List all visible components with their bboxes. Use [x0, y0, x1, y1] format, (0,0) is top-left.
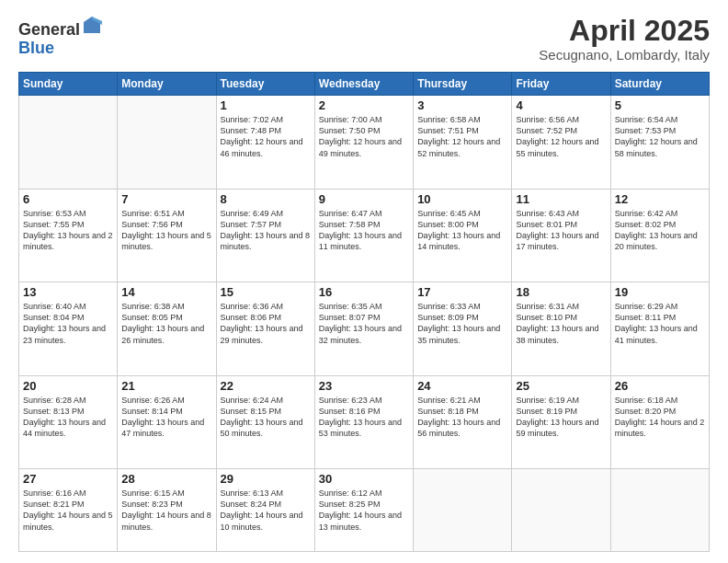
cell-day-number: 9: [319, 192, 409, 206]
cell-info: Sunrise: 7:00 AMSunset: 7:50 PMDaylight:…: [319, 114, 409, 159]
cell-info: Sunrise: 6:54 AMSunset: 7:53 PMDaylight:…: [615, 114, 705, 159]
calendar-subtitle: Secugnano, Lombardy, Italy: [539, 47, 710, 63]
header-friday: Friday: [512, 73, 610, 96]
table-row: [512, 469, 610, 552]
logo: General Blue: [18, 15, 102, 58]
cell-info: Sunrise: 6:31 AMSunset: 8:10 PMDaylight:…: [516, 301, 606, 346]
table-row: 21Sunrise: 6:26 AMSunset: 8:14 PMDayligh…: [118, 375, 216, 468]
page: General Blue April 2025 Secugnano, Lomba…: [0, 0, 728, 563]
table-row: 11Sunrise: 6:43 AMSunset: 8:01 PMDayligh…: [512, 189, 610, 282]
cell-day-number: 3: [417, 98, 507, 112]
cell-info: Sunrise: 6:12 AMSunset: 8:25 PMDaylight:…: [319, 488, 409, 533]
table-row: 5Sunrise: 6:54 AMSunset: 7:53 PMDaylight…: [610, 96, 709, 189]
cell-day-number: 17: [417, 285, 507, 299]
table-row: 2Sunrise: 7:00 AMSunset: 7:50 PMDaylight…: [314, 96, 413, 189]
cell-day-number: 15: [221, 285, 311, 299]
table-row: 1Sunrise: 7:02 AMSunset: 7:48 PMDaylight…: [216, 96, 314, 189]
cell-info: Sunrise: 6:36 AMSunset: 8:06 PMDaylight:…: [221, 301, 311, 346]
cell-day-number: 11: [516, 192, 606, 206]
logo-icon: [82, 15, 102, 35]
cell-day-number: 2: [319, 98, 409, 112]
table-row: 22Sunrise: 6:24 AMSunset: 8:15 PMDayligh…: [216, 375, 314, 468]
table-row: 16Sunrise: 6:35 AMSunset: 8:07 PMDayligh…: [314, 282, 413, 375]
table-row: 30Sunrise: 6:12 AMSunset: 8:25 PMDayligh…: [314, 469, 413, 552]
logo-general: General: [18, 15, 102, 40]
cell-day-number: 23: [319, 379, 409, 393]
cell-day-number: 1: [221, 98, 311, 112]
cell-day-number: 28: [121, 472, 211, 486]
cell-info: Sunrise: 6:16 AMSunset: 8:21 PMDaylight:…: [23, 488, 113, 533]
cell-info: Sunrise: 6:42 AMSunset: 8:02 PMDaylight:…: [615, 208, 705, 253]
table-row: [610, 469, 709, 552]
cell-info: Sunrise: 6:40 AMSunset: 8:04 PMDaylight:…: [23, 301, 113, 346]
cell-info: Sunrise: 6:33 AMSunset: 8:09 PMDaylight:…: [417, 301, 507, 346]
cell-info: Sunrise: 6:49 AMSunset: 7:57 PMDaylight:…: [221, 208, 311, 253]
cell-day-number: 16: [319, 285, 409, 299]
table-row: 12Sunrise: 6:42 AMSunset: 8:02 PMDayligh…: [610, 189, 709, 282]
cell-day-number: 25: [516, 379, 606, 393]
cell-info: Sunrise: 6:23 AMSunset: 8:16 PMDaylight:…: [319, 395, 409, 440]
table-row: 14Sunrise: 6:38 AMSunset: 8:05 PMDayligh…: [118, 282, 216, 375]
table-row: 13Sunrise: 6:40 AMSunset: 8:04 PMDayligh…: [19, 282, 118, 375]
cell-day-number: 22: [221, 379, 311, 393]
cell-info: Sunrise: 6:45 AMSunset: 8:00 PMDaylight:…: [417, 208, 507, 253]
cell-info: Sunrise: 6:15 AMSunset: 8:23 PMDaylight:…: [121, 488, 211, 533]
header-saturday: Saturday: [610, 73, 709, 96]
table-row: 24Sunrise: 6:21 AMSunset: 8:18 PMDayligh…: [414, 375, 512, 468]
calendar-table: Sunday Monday Tuesday Wednesday Thursday…: [18, 72, 710, 552]
table-row: [414, 469, 512, 552]
cell-day-number: 7: [121, 192, 211, 206]
cell-day-number: 4: [516, 98, 606, 112]
cell-day-number: 8: [221, 192, 311, 206]
cell-info: Sunrise: 6:56 AMSunset: 7:52 PMDaylight:…: [516, 114, 606, 159]
weekday-header-row: Sunday Monday Tuesday Wednesday Thursday…: [19, 73, 710, 96]
table-row: 8Sunrise: 6:49 AMSunset: 7:57 PMDaylight…: [216, 189, 314, 282]
table-row: 27Sunrise: 6:16 AMSunset: 8:21 PMDayligh…: [19, 469, 118, 552]
table-row: 20Sunrise: 6:28 AMSunset: 8:13 PMDayligh…: [19, 375, 118, 468]
table-row: 9Sunrise: 6:47 AMSunset: 7:58 PMDaylight…: [314, 189, 413, 282]
table-row: 26Sunrise: 6:18 AMSunset: 8:20 PMDayligh…: [610, 375, 709, 468]
table-row: 18Sunrise: 6:31 AMSunset: 8:10 PMDayligh…: [512, 282, 610, 375]
cell-day-number: 12: [615, 192, 705, 206]
table-row: 15Sunrise: 6:36 AMSunset: 8:06 PMDayligh…: [216, 282, 314, 375]
cell-info: Sunrise: 6:28 AMSunset: 8:13 PMDaylight:…: [23, 395, 113, 440]
table-row: 10Sunrise: 6:45 AMSunset: 8:00 PMDayligh…: [414, 189, 512, 282]
table-row: 28Sunrise: 6:15 AMSunset: 8:23 PMDayligh…: [118, 469, 216, 552]
table-row: [118, 96, 216, 189]
cell-info: Sunrise: 6:58 AMSunset: 7:51 PMDaylight:…: [417, 114, 507, 159]
cell-info: Sunrise: 6:18 AMSunset: 8:20 PMDaylight:…: [615, 395, 705, 440]
table-row: 19Sunrise: 6:29 AMSunset: 8:11 PMDayligh…: [610, 282, 709, 375]
cell-info: Sunrise: 6:35 AMSunset: 8:07 PMDaylight:…: [319, 301, 409, 346]
cell-day-number: 18: [516, 285, 606, 299]
cell-day-number: 19: [615, 285, 705, 299]
cell-day-number: 13: [23, 285, 113, 299]
table-row: 23Sunrise: 6:23 AMSunset: 8:16 PMDayligh…: [314, 375, 413, 468]
cell-day-number: 27: [23, 472, 113, 486]
cell-info: Sunrise: 6:38 AMSunset: 8:05 PMDaylight:…: [121, 301, 211, 346]
header-sunday: Sunday: [19, 73, 118, 96]
title-area: April 2025 Secugnano, Lombardy, Italy: [539, 15, 710, 63]
table-row: 6Sunrise: 6:53 AMSunset: 7:55 PMDaylight…: [19, 189, 118, 282]
cell-info: Sunrise: 6:24 AMSunset: 8:15 PMDaylight:…: [221, 395, 311, 440]
cell-day-number: 26: [615, 379, 705, 393]
table-row: 29Sunrise: 6:13 AMSunset: 8:24 PMDayligh…: [216, 469, 314, 552]
cell-day-number: 6: [23, 192, 113, 206]
header-wednesday: Wednesday: [314, 73, 413, 96]
cell-info: Sunrise: 6:43 AMSunset: 8:01 PMDaylight:…: [516, 208, 606, 253]
calendar-title: April 2025: [539, 15, 710, 47]
cell-info: Sunrise: 6:29 AMSunset: 8:11 PMDaylight:…: [615, 301, 705, 346]
logo-text: General Blue: [18, 15, 102, 58]
cell-info: Sunrise: 6:19 AMSunset: 8:19 PMDaylight:…: [516, 395, 606, 440]
cell-info: Sunrise: 6:13 AMSunset: 8:24 PMDaylight:…: [221, 488, 311, 533]
cell-info: Sunrise: 6:53 AMSunset: 7:55 PMDaylight:…: [23, 208, 113, 253]
cell-day-number: 21: [121, 379, 211, 393]
cell-day-number: 30: [319, 472, 409, 486]
table-row: [19, 96, 118, 189]
table-row: 3Sunrise: 6:58 AMSunset: 7:51 PMDaylight…: [414, 96, 512, 189]
table-row: 25Sunrise: 6:19 AMSunset: 8:19 PMDayligh…: [512, 375, 610, 468]
cell-day-number: 5: [615, 98, 705, 112]
header-tuesday: Tuesday: [216, 73, 314, 96]
header-thursday: Thursday: [414, 73, 512, 96]
header-monday: Monday: [118, 73, 216, 96]
table-row: 17Sunrise: 6:33 AMSunset: 8:09 PMDayligh…: [414, 282, 512, 375]
